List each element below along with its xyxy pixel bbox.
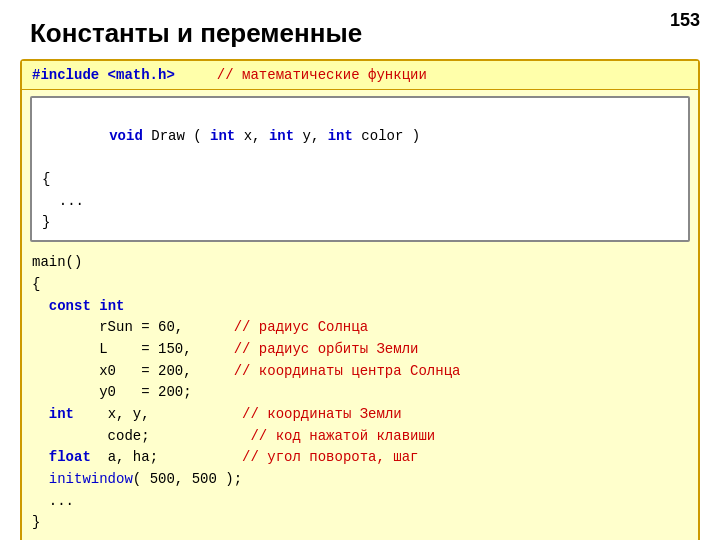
func-sig-line: void Draw ( int x, int y, int color ): [42, 104, 678, 169]
main-line-3: rSun = 60, // радиус Солнца: [32, 317, 688, 339]
main-line-12: }: [32, 512, 688, 534]
code-block: #include <math.h> // математические функ…: [20, 59, 700, 540]
main-line-2: const int: [32, 296, 688, 318]
func-body: ...: [42, 191, 678, 213]
page-number: 153: [670, 10, 700, 31]
main-line-10: initwindow( 500, 500 );: [32, 469, 688, 491]
slide: 153 Константы и переменные #include <mat…: [0, 0, 720, 540]
comment-L: // радиус орбиты Земли: [234, 341, 419, 357]
comment-x0: // координаты центра Солнца: [234, 363, 461, 379]
main-line-8: code; // код нажатой клавиши: [32, 426, 688, 448]
int-keyword-1: int: [210, 128, 235, 144]
include-line: #include <math.h> // математические функ…: [22, 61, 698, 90]
int-keyword-2: int: [269, 128, 294, 144]
main-line-0: main(): [32, 252, 688, 274]
func-close: }: [42, 212, 678, 234]
int-keyword-3: int: [328, 128, 353, 144]
include-comment: // математические функции: [217, 67, 427, 83]
main-line-9: float a, ha; // угол поворота, шаг: [32, 447, 688, 469]
comment-xy: // координаты Земли: [242, 406, 402, 422]
main-line-4: L = 150, // радиус орбиты Земли: [32, 339, 688, 361]
main-line-6: y0 = 200;: [32, 382, 688, 404]
main-code: main() { const int rSun = 60, // радиус …: [22, 248, 698, 540]
comment-float: // угол поворота, шаг: [242, 449, 418, 465]
func-open: {: [42, 169, 678, 191]
int-keyword-xy: int: [49, 406, 74, 422]
include-keyword: #include <math.h>: [32, 67, 175, 83]
main-line-11: ...: [32, 491, 688, 513]
comment-code: // код нажатой клавиши: [250, 428, 435, 444]
main-line-1: {: [32, 274, 688, 296]
void-keyword: void: [109, 128, 143, 144]
function-block: void Draw ( int x, int y, int color ) { …: [30, 96, 690, 242]
func-sig-rest: Draw (: [143, 128, 210, 144]
comment-rsun: // радиус Солнца: [234, 319, 368, 335]
slide-title: Константы и переменные: [0, 0, 720, 59]
int-keyword-main: int: [99, 298, 124, 314]
float-keyword: float: [49, 449, 91, 465]
main-line-7: int x, y, // координаты Земли: [32, 404, 688, 426]
const-keyword: const: [49, 298, 91, 314]
initwindow-fn: initwindow: [49, 471, 133, 487]
main-line-5: x0 = 200, // координаты центра Солнца: [32, 361, 688, 383]
